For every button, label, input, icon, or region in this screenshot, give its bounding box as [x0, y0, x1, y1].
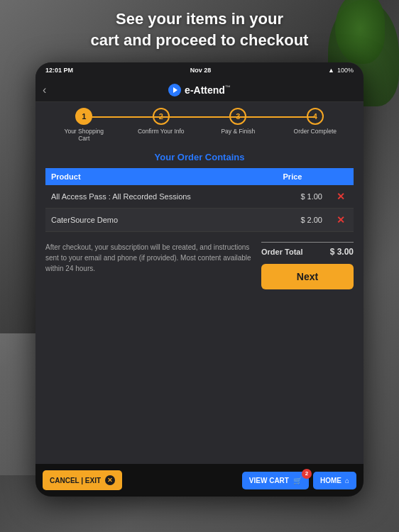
status-time: 12:01 PM [45, 67, 73, 74]
app-body: 1 Your Shopping Cart 2 Confirm Your Info… [35, 102, 364, 497]
item-1-name: All Access Pass : All Recorded Sessions [45, 185, 278, 209]
step-1: 1 Your Shopping Cart [45, 108, 123, 142]
order-total-amount: $ 3.00 [330, 247, 354, 257]
order-table: Product Price All Access Pass : All Reco… [45, 168, 354, 232]
app-header: ‹ e-Attend™ [35, 78, 364, 102]
tablet-inner: ‹ e-Attend™ 1 Your Shopping Cart 2 [35, 78, 364, 497]
checkout-note: After checkout, your subscription will b… [45, 242, 254, 274]
col-product: Product [45, 168, 278, 185]
item-2-name: CaterSource Demo [45, 209, 278, 232]
order-total-section: Order Total $ 3.00 Next [261, 242, 354, 289]
item-2-price: $ 2.00 [278, 209, 328, 232]
remove-item-2-button[interactable]: ✕ [334, 214, 348, 226]
tablet-device: 12:01 PM Nov 28 ▲ 100% ‹ e-Attend™ 1 [35, 62, 364, 497]
step-1-line [84, 116, 161, 118]
col-price: Price [278, 168, 328, 185]
status-icons: ▲ 100% [328, 67, 354, 74]
view-cart-label: VIEW CART [249, 477, 289, 484]
order-total-label: Order Total [261, 248, 302, 256]
app-logo: e-Attend™ [168, 84, 231, 96]
home-button[interactable]: HOME ⌂ [313, 472, 356, 489]
step-2-circle: 2 [153, 108, 170, 125]
step-4: 4 Order Complete [277, 108, 354, 135]
status-bar: 12:01 PM Nov 28 ▲ 100% [35, 62, 364, 78]
cancel-label: CANCEL | EXIT [50, 477, 101, 484]
remove-item-1-button[interactable]: ✕ [334, 191, 348, 202]
order-total-row: Order Total $ 3.00 [261, 242, 354, 257]
logo-tm: ™ [225, 84, 231, 91]
step-2-label: Confirm Your Info [138, 128, 185, 135]
order-section-title: Your Order Contains [45, 152, 354, 162]
back-button[interactable]: ‹ [43, 84, 46, 96]
step-2: 2 Confirm Your Info [123, 108, 200, 135]
step-3: 3 Pay & Finish [200, 108, 277, 135]
home-icon: ⌂ [345, 477, 349, 484]
step-1-label: Your Shopping Cart [59, 128, 109, 142]
view-cart-button[interactable]: VIEW CART 🛒 2 [242, 472, 309, 489]
bottom-bar: CANCEL | EXIT ✕ VIEW CART 🛒 2 HOME ⌂ [35, 464, 364, 497]
page-headline: See your items in your cart and proceed … [0, 9, 399, 50]
step-4-circle: 4 [307, 108, 324, 125]
logo-text: e-Attend™ [185, 84, 231, 96]
cancel-exit-button[interactable]: CANCEL | EXIT ✕ [43, 470, 122, 490]
table-row: All Access Pass : All Recorded Sessions … [45, 185, 354, 209]
right-buttons: VIEW CART 🛒 2 HOME ⌂ [242, 472, 356, 489]
step-3-label: Pay & Finish [221, 128, 255, 135]
logo-play-icon [168, 84, 181, 96]
progress-steps: 1 Your Shopping Cart 2 Confirm Your Info… [45, 102, 354, 152]
cart-badge: 2 [302, 469, 312, 479]
home-label: HOME [320, 477, 341, 484]
step-3-line [238, 116, 315, 118]
battery-icon: 100% [337, 67, 354, 74]
cart-icon: 🛒 [293, 477, 302, 484]
step-3-circle: 3 [229, 108, 246, 125]
checkout-bottom-section: After checkout, your subscription will b… [45, 242, 354, 289]
step-2-line [161, 116, 239, 118]
cancel-x-icon: ✕ [105, 475, 115, 485]
next-button[interactable]: Next [261, 264, 354, 289]
step-1-circle: 1 [75, 108, 92, 125]
table-row: CaterSource Demo $ 2.00 ✕ [45, 209, 354, 232]
item-1-price: $ 1.00 [278, 185, 328, 209]
step-4-label: Order Complete [294, 128, 337, 135]
status-network: Nov 28 [190, 67, 212, 74]
wifi-icon: ▲ [328, 67, 334, 74]
